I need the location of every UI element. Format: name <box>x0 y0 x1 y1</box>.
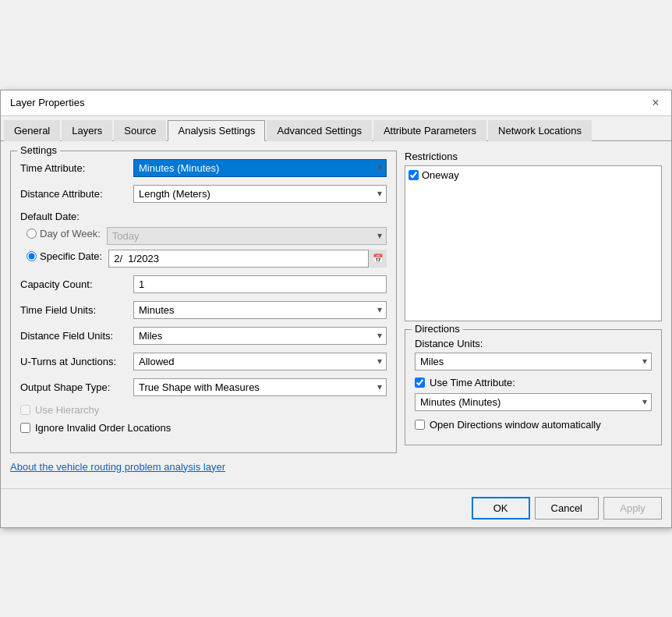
day-of-week-row: Day of Week: Today <box>27 227 387 245</box>
right-panel: Restrictions Oneway Directions Distance … <box>405 151 662 473</box>
day-of-week-select[interactable]: Today <box>107 227 387 245</box>
time-attribute-row: Time Attribute: Minutes (Minutes) <box>20 159 387 177</box>
title-bar: Layer Properties × <box>1 90 671 116</box>
window-title: Layer Properties <box>10 97 84 108</box>
distance-field-units-select-wrapper: Miles <box>133 327 387 345</box>
distance-attribute-select-wrapper: Length (Meters) <box>133 185 387 203</box>
use-hierarchy-label: Use Hierarchy <box>35 404 99 416</box>
day-of-week-radio[interactable] <box>27 229 37 239</box>
use-time-attribute-row: Use Time Attribute: <box>415 377 652 388</box>
settings-title: Settings <box>17 144 60 156</box>
time-field-units-row: Time Field Units: Minutes <box>20 301 387 319</box>
u-turns-label: U-Turns at Junctions: <box>20 356 133 367</box>
calendar-icon[interactable]: 📅 <box>368 250 387 268</box>
capacity-count-row: Capacity Count: <box>20 275 387 293</box>
specific-date-wrapper: 📅 <box>108 250 387 268</box>
use-hierarchy-row: Use Hierarchy <box>20 404 387 416</box>
close-button[interactable]: × <box>649 97 662 109</box>
time-field-units-select[interactable]: Minutes <box>133 301 387 319</box>
day-of-week-radio-row: Day of Week: <box>27 228 101 239</box>
u-turns-select[interactable]: Allowed <box>133 353 387 371</box>
output-shape-label: Output Shape Type: <box>20 381 133 393</box>
distance-attribute-select[interactable]: Length (Meters) <box>133 185 387 203</box>
distance-field-units-label: Distance Field Units: <box>20 330 133 342</box>
dir-time-attribute-select[interactable]: Minutes (Minutes) <box>415 393 652 411</box>
radio-group: Day of Week: Today <box>27 227 387 268</box>
use-hierarchy-checkbox[interactable] <box>20 405 30 415</box>
tab-attribute-parameters[interactable]: Attribute Parameters <box>373 120 486 141</box>
ignore-invalid-label: Ignore Invalid Order Locations <box>35 422 171 434</box>
capacity-count-control <box>133 275 387 293</box>
cancel-button[interactable]: Cancel <box>535 497 599 519</box>
output-shape-row: Output Shape Type: True Shape with Measu… <box>20 378 387 396</box>
distance-attribute-label: Distance Attribute: <box>20 188 133 200</box>
dir-distance-units-row: Distance Units: Miles <box>415 338 652 371</box>
ignore-invalid-checkbox[interactable] <box>20 423 30 433</box>
open-directions-checkbox[interactable] <box>415 420 425 430</box>
tab-layers[interactable]: Layers <box>62 120 112 141</box>
tab-source[interactable]: Source <box>114 120 166 141</box>
restrictions-box: Oneway <box>405 165 662 321</box>
oneway-label: Oneway <box>422 169 459 181</box>
time-field-units-label: Time Field Units: <box>20 304 133 316</box>
content-area: Settings Time Attribute: Minutes (Minute… <box>1 141 671 482</box>
specific-date-row: Specific Date: 📅 <box>27 250 387 268</box>
capacity-count-label: Capacity Count: <box>20 278 133 290</box>
capacity-count-input[interactable] <box>133 275 387 293</box>
specific-date-radio-row: Specific Date: <box>27 250 102 262</box>
footer: OK Cancel Apply <box>1 488 671 527</box>
dir-distance-units-select[interactable]: Miles <box>415 353 652 371</box>
apply-button[interactable]: Apply <box>603 497 662 519</box>
use-time-attribute-checkbox[interactable] <box>415 378 425 388</box>
day-of-week-select-wrapper: Today <box>107 227 387 245</box>
tab-advanced-settings[interactable]: Advanced Settings <box>267 120 371 141</box>
specific-date-radio[interactable] <box>27 251 37 261</box>
about-link[interactable]: About the vehicle routing problem analys… <box>10 461 225 473</box>
restriction-oneway: Oneway <box>409 169 658 181</box>
tab-network-locations[interactable]: Network Locations <box>488 120 592 141</box>
restrictions-section: Restrictions Oneway <box>405 151 662 321</box>
ignore-invalid-row: Ignore Invalid Order Locations <box>20 422 387 434</box>
output-shape-select-wrapper: True Shape with Measures <box>133 378 387 396</box>
ok-button[interactable]: OK <box>472 497 530 519</box>
specific-date-radio-label: Specific Date: <box>40 250 102 262</box>
oneway-checkbox[interactable] <box>409 170 419 180</box>
u-turns-select-wrapper: Allowed <box>133 353 387 371</box>
u-turns-row: U-Turns at Junctions: Allowed <box>20 353 387 371</box>
open-directions-row: Open Directions window automatically <box>415 419 652 431</box>
day-of-week-radio-label: Day of Week: <box>40 228 101 239</box>
settings-group: Settings Time Attribute: Minutes (Minute… <box>10 151 397 453</box>
specific-date-input[interactable] <box>108 250 387 268</box>
time-attribute-select[interactable]: Minutes (Minutes) <box>133 159 387 177</box>
dir-time-attribute-select-row: Minutes (Minutes) <box>415 393 652 411</box>
distance-attribute-row: Distance Attribute: Length (Meters) <box>20 185 387 203</box>
link-row: About the vehicle routing problem analys… <box>10 461 397 473</box>
layer-properties-window: Layer Properties × General Layers Source… <box>0 90 672 528</box>
distance-field-units-row: Distance Field Units: Miles <box>20 327 387 345</box>
tab-bar: General Layers Source Analysis Settings … <box>1 116 671 141</box>
distance-field-units-select[interactable]: Miles <box>133 327 387 345</box>
main-area: Settings Time Attribute: Minutes (Minute… <box>10 151 662 473</box>
output-shape-select[interactable]: True Shape with Measures <box>133 378 387 396</box>
time-attribute-select-wrapper: Minutes (Minutes) <box>133 159 387 177</box>
tab-analysis-settings[interactable]: Analysis Settings <box>168 120 265 141</box>
restrictions-header: Restrictions <box>405 151 662 162</box>
left-panel: Settings Time Attribute: Minutes (Minute… <box>10 151 397 473</box>
dir-time-attribute-select-wrapper: Minutes (Minutes) <box>415 393 652 411</box>
time-field-units-select-wrapper: Minutes <box>133 301 387 319</box>
open-directions-label: Open Directions window automatically <box>430 419 601 431</box>
default-date-label-row: Default Date: <box>20 211 387 222</box>
default-date-label: Default Date: <box>20 211 80 222</box>
dir-distance-units-label: Distance Units: <box>415 338 652 349</box>
directions-section: Directions Distance Units: Miles U <box>405 329 662 445</box>
tab-general[interactable]: General <box>4 120 60 141</box>
use-time-attribute-label: Use Time Attribute: <box>430 377 515 388</box>
time-attribute-label: Time Attribute: <box>20 162 133 174</box>
dir-distance-units-select-wrapper: Miles <box>415 353 652 371</box>
directions-title: Directions <box>412 323 463 335</box>
